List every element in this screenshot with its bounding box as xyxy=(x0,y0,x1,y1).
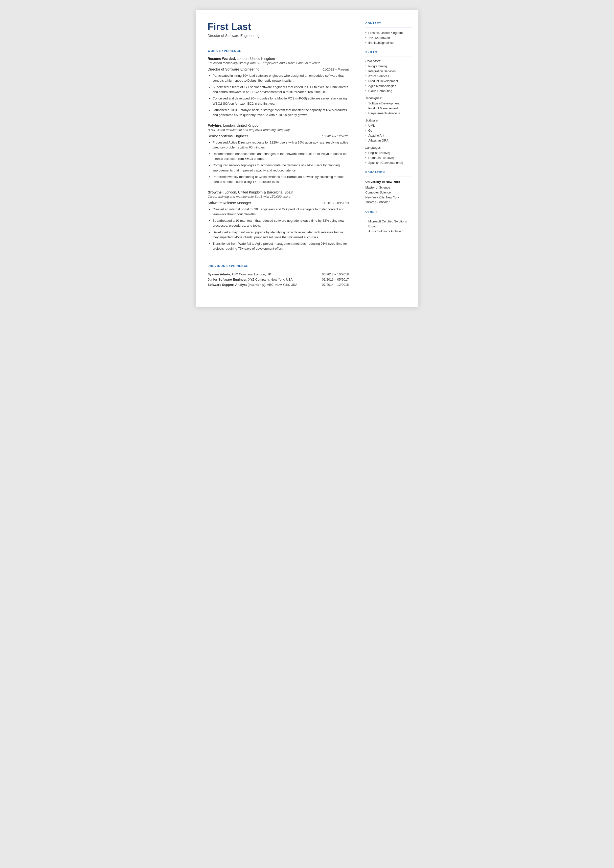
bullet-list-2: Processed Active Directory requests for … xyxy=(208,140,349,184)
prev-exp-row-3: Software Support Analyst (Internship), A… xyxy=(208,282,349,287)
software-label: Software: xyxy=(366,119,412,122)
techniques-list: Software Development Product Management … xyxy=(366,101,412,116)
main-column: First Last Director of Software Engineer… xyxy=(196,10,359,307)
languages-list: English (Native) Romanian (Native) Spani… xyxy=(366,151,412,165)
company-name-2: Polyhire, London, United Kingdom xyxy=(208,123,349,127)
bullet-1-1: Participated in hiring 30+ lead software… xyxy=(212,73,349,83)
role-row-1: Director of Software Engineering 01/2022… xyxy=(208,67,349,71)
prev-exp-row-1: System Admin, ABC Company, London, UK 06… xyxy=(208,272,349,277)
other-list: Microsoft Certified Solutions Expert Azu… xyxy=(366,219,412,234)
company-bold-2: Polyhire, xyxy=(208,123,222,127)
bullet-3-2: Spearheaded a 10-man team that reduced s… xyxy=(212,218,349,228)
sidebar: CONTACT Preston, United Kingdom +44 1234… xyxy=(359,10,419,307)
hard-skills-label: Hard Skills: xyxy=(366,59,412,63)
other-item-2: Azure Solutions Architect xyxy=(366,229,412,234)
prev-exp-cell-2: Junior Software Engineer, XYZ Company, N… xyxy=(208,277,316,282)
role-dates-3: 11/2018 – 09/2019 xyxy=(322,201,349,205)
contact-phone: +44 123456789 xyxy=(366,36,412,40)
edu-location: New York City, New York xyxy=(366,195,412,200)
candidate-title: Director of Software Engineering xyxy=(208,34,349,37)
role-title-2: Senior Systems Engineer xyxy=(208,134,248,138)
bullet-3-4: Transitioned from Waterfall to Agile pro… xyxy=(212,241,349,251)
technique-2: Product Management xyxy=(366,106,412,111)
bullet-2-4: Performed weekly monitoring of Cisco swi… xyxy=(212,174,349,184)
bullet-3-1: Created an internal portal for 30+ engin… xyxy=(212,207,349,217)
resume-container: First Last Director of Software Engineer… xyxy=(196,10,419,307)
company-rest-3: London, United Kingdom & Barcelona, Spai… xyxy=(223,190,293,194)
company-desc-2: NYSE-listed recruitment and employer bra… xyxy=(208,128,349,132)
hard-skill-5: Agile Methodologies xyxy=(366,84,412,89)
prev-bold-1: System Admin, xyxy=(208,272,231,276)
prev-exp-row-2: Junior Software Engineer, XYZ Company, N… xyxy=(208,277,349,282)
language-3: Spanish (Conversational) xyxy=(366,160,412,165)
hard-skills-list: Programming Integration Services Azure S… xyxy=(366,64,412,93)
bullet-3-3: Developed a major software upgrade by id… xyxy=(212,230,349,240)
education-block: University of New York Master of Science… xyxy=(366,179,412,205)
bullet-1-3: Conceived and developed 20+ modules for … xyxy=(212,96,349,106)
header: First Last Director of Software Engineer… xyxy=(208,22,349,37)
role-row-2: Senior Systems Engineer 10/2019 – 12/202… xyxy=(208,134,349,138)
hard-skill-1: Programming xyxy=(366,64,412,69)
role-dates-1: 01/2022 – Present xyxy=(323,68,349,71)
hard-skill-3: Azure Services xyxy=(366,74,412,79)
languages-label: Languages: xyxy=(366,146,412,149)
prev-rest-1: ABC Company, London, UK xyxy=(231,272,271,276)
prev-rest-3: ABC, New York, USA xyxy=(266,283,298,287)
job-block-2: Polyhire, London, United Kingdom NYSE-li… xyxy=(208,123,349,184)
edu-dates: 10/2011 - 06/2014 xyxy=(366,200,412,205)
bullet-2-3: Configured network topologies to accommo… xyxy=(212,163,349,173)
prev-dates-2: 01/2016 – 05/2017 xyxy=(316,277,349,282)
prev-exp-cell-3: Software Support Analyst (Internship), A… xyxy=(208,282,316,287)
bullet-1-2: Supervised a team of 17+ senior software… xyxy=(212,85,349,95)
prev-dates-3: 07/2014 – 12/2015 xyxy=(316,282,349,287)
company-desc-3: Career training and membership SaaS with… xyxy=(208,195,349,199)
role-row-3: Software Release Manager 11/2018 – 09/20… xyxy=(208,201,349,205)
language-1: English (Native) xyxy=(366,151,412,155)
candidate-name: First Last xyxy=(208,22,349,32)
prev-bold-3: Software Support Analyst (Internship), xyxy=(208,283,266,287)
work-experience-heading: WORK EXPERIENCE xyxy=(208,49,349,53)
contact-location: Preston, United Kingdom xyxy=(366,30,412,36)
software-1: UML xyxy=(366,123,412,128)
company-rest-1: London, United Kingdom xyxy=(236,57,275,61)
technique-1: Software Development xyxy=(366,101,412,106)
software-list: UML Go Apache Ant Atlassian JIRA xyxy=(366,123,412,143)
bullet-list-3: Created an internal portal for 30+ engin… xyxy=(208,207,349,251)
prev-dates-1: 06/2017 – 10/2018 xyxy=(316,272,349,277)
previous-experience-heading: PREVIOUS EXPERIENCE xyxy=(208,264,349,268)
edu-field: Computer Science xyxy=(366,190,412,195)
role-title-3: Software Release Manager xyxy=(208,201,251,205)
contact-heading: CONTACT xyxy=(366,22,412,25)
edu-school: University of New York xyxy=(366,179,412,185)
bullet-1-4: Launched a 100+ Petabyte backup storage … xyxy=(212,108,349,118)
technique-3: Requirements Analysis xyxy=(366,111,412,116)
role-dates-2: 10/2019 – 12/2021 xyxy=(322,134,349,138)
company-bold-3: Growthsi, xyxy=(208,190,224,194)
company-name-3: Growthsi, London, United Kingdom & Barce… xyxy=(208,190,349,194)
company-desc-1: Education technology startup with 50+ em… xyxy=(208,61,349,65)
role-title-1: Director of Software Engineering xyxy=(208,67,260,71)
software-3: Apache Ant xyxy=(366,133,412,138)
hard-skill-4: Product Development xyxy=(366,79,412,84)
other-divider xyxy=(366,216,412,216)
company-bold-1: Resume Worded, xyxy=(208,57,236,61)
edu-degree: Master of Science xyxy=(366,185,412,190)
bullet-2-1: Processed Active Directory requests for … xyxy=(212,140,349,150)
company-name-1: Resume Worded, London, United Kingdom xyxy=(208,57,349,61)
job-block-1: Resume Worded, London, United Kingdom Ed… xyxy=(208,57,349,118)
software-4: Atlassian JIRA xyxy=(366,138,412,143)
bullet-2-2: Recommended enhancements and changes to … xyxy=(212,151,349,161)
prev-bold-2: Junior Software Engineer, xyxy=(208,278,247,281)
skills-heading: SKILLS xyxy=(366,51,412,54)
job-block-3: Growthsi, London, United Kingdom & Barce… xyxy=(208,190,349,251)
header-divider xyxy=(208,42,349,42)
hard-skill-6: Cloud Computing xyxy=(366,89,412,93)
software-2: Go xyxy=(366,128,412,133)
prev-rest-2: XYZ Company, New York, USA xyxy=(247,278,293,281)
contact-divider xyxy=(366,27,412,28)
contact-email: first.last@gmail.com xyxy=(366,40,412,45)
language-2: Romanian (Native) xyxy=(366,155,412,160)
prev-exp-cell-1: System Admin, ABC Company, London, UK xyxy=(208,272,316,277)
education-heading: EDUCATION xyxy=(366,171,412,174)
hard-skill-2: Integration Services xyxy=(366,69,412,74)
